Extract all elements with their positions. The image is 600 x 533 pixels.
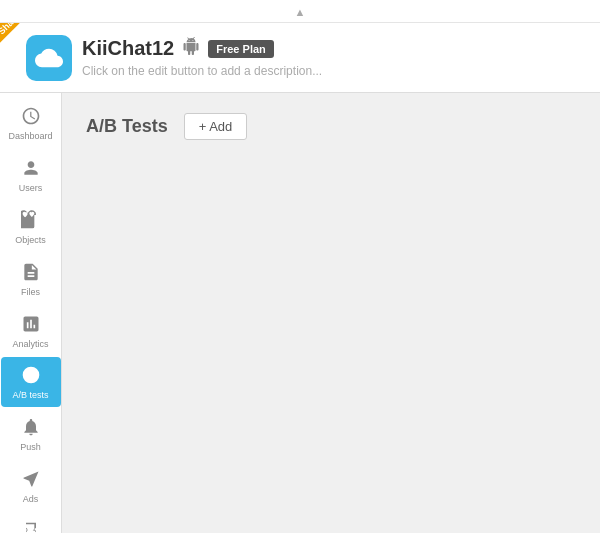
sidebar-item-analytics[interactable]: Analytics <box>1 306 61 356</box>
files-icon <box>21 262 41 285</box>
sidebar: Dashboard Users Objects <box>0 93 62 533</box>
shared-badge: Shared <box>0 23 54 77</box>
add-button[interactable]: + Add <box>184 113 248 140</box>
sidebar-item-push[interactable]: Push <box>1 409 61 459</box>
users-icon <box>21 158 41 181</box>
app-description[interactable]: Click on the edit button to add a descri… <box>82 64 322 78</box>
sidebar-label-objects: Objects <box>15 236 46 246</box>
app-name: KiiChat12 <box>82 37 174 60</box>
objects-icon <box>21 210 41 233</box>
sidebar-label-ab-tests: A/B tests <box>12 391 48 401</box>
ab-tests-icon <box>21 365 41 388</box>
sidebar-label-ads: Ads <box>23 495 39 505</box>
app-title-row: KiiChat12 Free Plan <box>82 37 322 60</box>
dashboard-icon <box>21 106 41 129</box>
sidebar-item-files[interactable]: Files <box>1 254 61 304</box>
sidebar-item-ab-tests[interactable]: A/B tests <box>1 357 61 407</box>
sidebar-label-users: Users <box>19 184 43 194</box>
beta-icon <box>21 521 41 533</box>
shared-badge-label: Shared <box>0 23 35 47</box>
top-bar: Shared KiiChat12 Free Plan Click on the … <box>0 23 600 93</box>
sidebar-label-push: Push <box>20 443 41 453</box>
sidebar-item-ads[interactable]: Ads <box>1 461 61 511</box>
sidebar-label-analytics: Analytics <box>12 340 48 350</box>
sidebar-label-dashboard: Dashboard <box>8 132 52 142</box>
collapse-icon: ▲ <box>295 6 306 18</box>
collapse-button[interactable]: ▲ <box>0 0 600 23</box>
android-icon <box>182 37 200 60</box>
push-icon <box>21 417 41 440</box>
content-header: A/B Tests + Add <box>86 113 576 140</box>
sidebar-item-beta[interactable]: Beta <box>1 513 61 533</box>
sidebar-item-objects[interactable]: Objects <box>1 202 61 252</box>
app-info: KiiChat12 Free Plan Click on the edit bu… <box>82 37 322 78</box>
content-area: A/B Tests + Add <box>62 93 600 533</box>
free-plan-badge: Free Plan <box>208 40 274 58</box>
sidebar-item-dashboard[interactable]: Dashboard <box>1 98 61 148</box>
page-title: A/B Tests <box>86 116 168 137</box>
main-layout: Dashboard Users Objects <box>0 93 600 533</box>
ads-icon <box>21 469 41 492</box>
sidebar-item-users[interactable]: Users <box>1 150 61 200</box>
sidebar-label-files: Files <box>21 288 40 298</box>
analytics-icon <box>21 314 41 337</box>
